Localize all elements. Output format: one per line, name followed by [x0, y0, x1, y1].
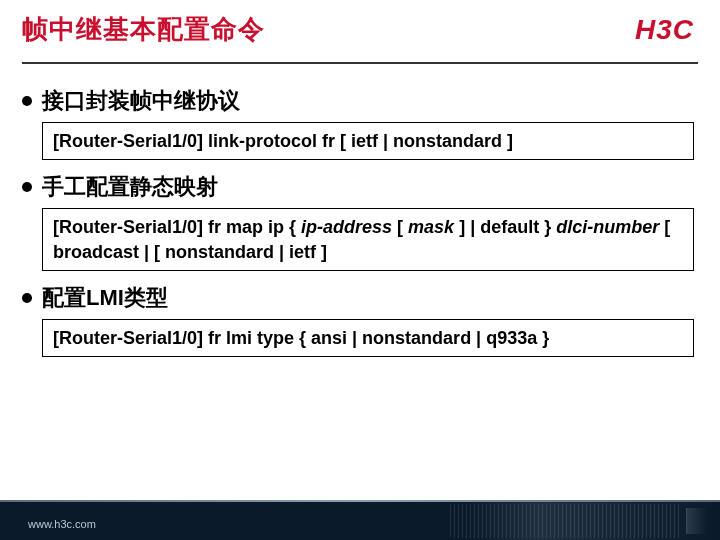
footer-url: www.h3c.com: [28, 518, 96, 530]
footer-decoration: [450, 504, 680, 538]
bullet-1-text: 接口封装帧中继协议: [42, 86, 240, 116]
bullet-3-text: 配置LMI类型: [42, 283, 168, 313]
command-2-dlci: dlci-number: [556, 217, 659, 237]
footer-bar: www.h3c.com: [0, 500, 720, 540]
footer-decoration-end: [686, 508, 708, 534]
bullet-dot-icon: [22, 293, 32, 303]
header: 帧中继基本配置命令 H3C: [0, 0, 720, 56]
bullet-3: 配置LMI类型: [22, 283, 698, 313]
command-3-text: [Router-Serial1/0] fr lmi type { ansi | …: [53, 328, 549, 348]
command-2-mask: mask: [408, 217, 454, 237]
command-1-text: [Router-Serial1/0] link-protocol fr [ ie…: [53, 131, 513, 151]
command-box-3: [Router-Serial1/0] fr lmi type { ansi | …: [42, 319, 694, 357]
slide-title: 帧中继基本配置命令: [22, 12, 265, 47]
content-area: 接口封装帧中继协议 [Router-Serial1/0] link-protoc…: [0, 64, 720, 357]
command-2-seg2: [: [392, 217, 408, 237]
slide: 帧中继基本配置命令 H3C 接口封装帧中继协议 [Router-Serial1/…: [0, 0, 720, 540]
bullet-2: 手工配置静态映射: [22, 172, 698, 202]
command-2-ipaddr: ip-address: [301, 217, 392, 237]
bullet-dot-icon: [22, 182, 32, 192]
bullet-1: 接口封装帧中继协议: [22, 86, 698, 116]
bullet-2-text: 手工配置静态映射: [42, 172, 218, 202]
command-2-seg1: [Router-Serial1/0] fr map ip {: [53, 217, 301, 237]
command-box-2: [Router-Serial1/0] fr map ip { ip-addres…: [42, 208, 694, 271]
command-box-1: [Router-Serial1/0] link-protocol fr [ ie…: [42, 122, 694, 160]
command-2-seg3: ] | default }: [454, 217, 556, 237]
brand-logo: H3C: [635, 14, 694, 46]
bullet-dot-icon: [22, 96, 32, 106]
